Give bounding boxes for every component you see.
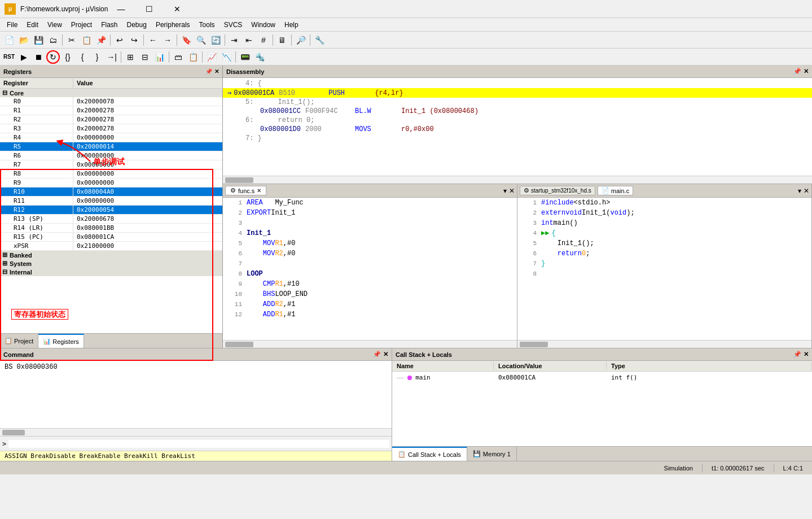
wrench-btn[interactable]: 🔧 <box>313 33 326 47</box>
reg-row-r7[interactable]: R70x00000000 <box>0 160 222 169</box>
reg-row-r14--lr-[interactable]: R14 (LR)0x080001BB <box>0 224 222 233</box>
redo-btn[interactable]: ↪ <box>128 33 141 47</box>
reg-group-system[interactable]: ⊞System <box>0 259 222 268</box>
main-tab[interactable]: 📄 main.c <box>598 186 633 195</box>
reg-row-r4[interactable]: R40x00000000 <box>0 133 222 142</box>
funcs-content[interactable]: 1AREA My_Func 2EXPORT Init_1 3 4Init_1 5… <box>223 198 517 340</box>
find-btn[interactable]: 🔍 <box>194 33 208 47</box>
reg-row-r8[interactable]: R80x00000000 <box>0 169 222 178</box>
minimize-button[interactable]: — <box>108 0 134 18</box>
reg-row-r5[interactable]: R50x20000014 <box>0 142 222 151</box>
step-over-btn[interactable]: {} <box>61 50 74 64</box>
tab-memory1[interactable]: 💾 Memory 1 <box>467 447 517 461</box>
menu-peripherals[interactable]: Peripherals <box>151 20 195 30</box>
funcs-tab-close[interactable]: ✕ <box>257 187 261 194</box>
menu-window[interactable]: Window <box>247 20 280 30</box>
reg-row-r6[interactable]: R60x00000000 <box>0 151 222 160</box>
funcs-close-btn[interactable]: ✕ <box>509 187 515 195</box>
save-btn[interactable]: 💾 <box>32 33 45 47</box>
main-hscroll[interactable] <box>517 340 811 348</box>
paste-btn[interactable]: 📌 <box>94 33 108 47</box>
funcs-tab[interactable]: ⚙ func.s ✕ <box>225 186 266 195</box>
cmd-close-icon[interactable]: ✕ <box>383 351 388 358</box>
maximize-button[interactable]: ☐ <box>136 0 162 18</box>
stop-btn[interactable]: ⏹ <box>32 50 45 64</box>
startup-tab[interactable]: ⚙ startup_stm32f10x_hd.s <box>520 186 595 195</box>
cs-close-icon[interactable]: ✕ <box>804 351 809 358</box>
search2-btn[interactable]: 🔎 <box>294 33 308 47</box>
tab-callstack[interactable]: 📋 Call Stack + Locals <box>392 447 467 461</box>
unindent-btn[interactable]: ⇤ <box>242 33 256 47</box>
funcs-nav-arrow-down[interactable]: ▾ <box>503 187 507 195</box>
logic-btn[interactable]: 📉 <box>220 50 233 64</box>
reg-group-banked[interactable]: ⊞Banked <box>0 251 222 259</box>
nav-fwd-btn[interactable]: → <box>161 33 174 47</box>
run-to-btn[interactable]: →| <box>105 50 118 64</box>
perf-btn[interactable]: 📈 <box>205 50 218 64</box>
command-content[interactable]: BS 0x08000360 <box>0 361 392 428</box>
step-in-btn[interactable]: { <box>76 50 89 64</box>
replace-btn[interactable]: 🔄 <box>209 33 222 47</box>
menu-svcs[interactable]: SVCS <box>220 20 247 30</box>
cut-btn[interactable]: ✂ <box>65 33 78 47</box>
reset-btn[interactable]: RST <box>2 50 16 64</box>
disasm-close-icon[interactable]: ✕ <box>804 68 809 75</box>
main-close-btn[interactable]: ✕ <box>804 187 809 195</box>
reg-row-r13--sp-[interactable]: R13 (SP)0x20000678 <box>0 215 222 224</box>
disasm-pin-icon[interactable]: 📌 <box>793 68 801 75</box>
menu-edit[interactable]: Edit <box>22 20 43 30</box>
copy-btn[interactable]: 📋 <box>80 33 93 47</box>
open-btn[interactable]: 📂 <box>17 33 30 47</box>
view3-btn[interactable]: 📊 <box>153 50 166 64</box>
indent-btn[interactable]: ⇥ <box>227 33 241 47</box>
mem-win-btn[interactable]: 🗃 <box>172 50 185 64</box>
disassembly-content[interactable]: 4: { ⇒ 0x080001CA B510 PUSH {r4,lr} 5: I… <box>223 78 812 176</box>
cs-pin-icon[interactable]: 📌 <box>793 351 801 358</box>
mem2-btn[interactable]: 📋 <box>186 50 200 64</box>
nav-back-btn[interactable]: ← <box>146 33 160 47</box>
reg-row-r0[interactable]: R00x20000078 <box>0 97 222 106</box>
reg-row-r9[interactable]: R90x00000000 <box>0 178 222 187</box>
close-panel-icon[interactable]: ✕ <box>214 68 219 75</box>
reg-row-r15--pc-[interactable]: R15 (PC)0x080001CA <box>0 233 222 242</box>
reg-row-r2[interactable]: R20x20000278 <box>0 115 222 124</box>
tab-project[interactable]: 📋 Project <box>0 334 38 348</box>
main-content[interactable]: 1 #include<stdio.h> 2 extern void Init_1… <box>517 198 811 340</box>
disasm-win-btn[interactable]: ⊞ <box>124 50 137 64</box>
build-target-btn[interactable]: 🖥 <box>275 33 289 47</box>
step-out-btn[interactable]: } <box>90 50 104 64</box>
undo-btn[interactable]: ↩ <box>113 33 126 47</box>
reg-group-internal[interactable]: ⊟Internal <box>0 268 222 276</box>
menu-view[interactable]: View <box>43 20 67 30</box>
disasm-hscroll[interactable] <box>223 176 812 184</box>
reg-group-core[interactable]: ⊟Core <box>0 89 222 97</box>
cmd-hscroll[interactable] <box>0 428 392 436</box>
format-btn[interactable]: # <box>257 33 270 47</box>
menu-debug[interactable]: Debug <box>122 20 151 30</box>
view2-btn[interactable]: ⊟ <box>138 50 152 64</box>
reg-row-r3[interactable]: R30x20000278 <box>0 124 222 133</box>
save-all-btn[interactable]: 🗂 <box>46 33 60 47</box>
tab-registers[interactable]: 📊 Registers <box>38 334 84 348</box>
menu-flash[interactable]: Flash <box>96 20 122 30</box>
close-button[interactable]: ✕ <box>164 0 190 18</box>
reg-row-r10[interactable]: R100x080004A0 <box>0 187 222 197</box>
reg-row-r12[interactable]: R120x20000054 <box>0 206 222 215</box>
run-btn[interactable]: ▶ <box>17 50 30 64</box>
menu-file[interactable]: File <box>2 20 22 30</box>
main-nav-arrow-down[interactable]: ▾ <box>798 187 801 195</box>
menu-project[interactable]: Project <box>67 20 96 30</box>
debug2-btn[interactable]: 🔩 <box>253 50 266 64</box>
reg-row-xpsr[interactable]: xPSR0x21000000 <box>0 242 222 251</box>
menu-tools[interactable]: Tools <box>195 20 220 30</box>
cmd-pin-icon[interactable]: 📌 <box>373 351 381 358</box>
menu-help[interactable]: Help <box>280 20 303 30</box>
command-input-field[interactable] <box>8 440 389 448</box>
step-btn[interactable]: ↻ <box>46 50 60 64</box>
pin-icon[interactable]: 📌 <box>205 68 212 75</box>
new-file-btn[interactable]: 📄 <box>2 33 16 47</box>
trace-btn[interactable]: 📟 <box>238 50 252 64</box>
reg-row-r11[interactable]: R110x00000000 <box>0 197 222 206</box>
funcs-hscroll[interactable] <box>223 340 517 348</box>
bookmark-btn[interactable]: 🔖 <box>179 33 193 47</box>
